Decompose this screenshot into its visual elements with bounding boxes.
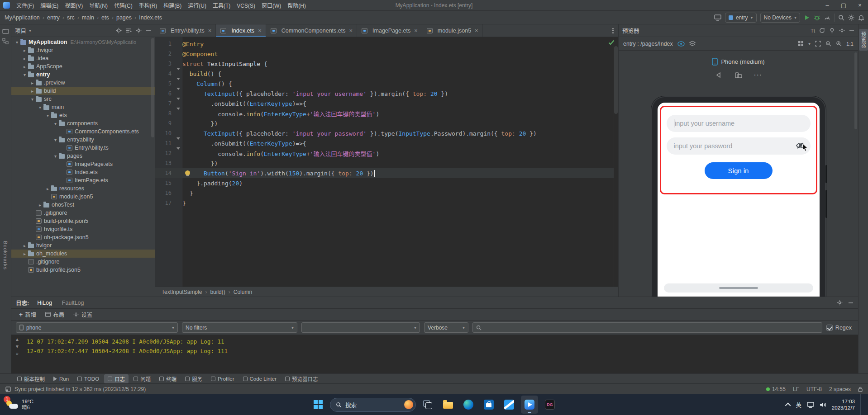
- close-button[interactable]: ×: [852, 0, 868, 10]
- collapse-all-icon[interactable]: [126, 28, 132, 33]
- status-message[interactable]: Sync project finished in 12 s 362 ms (20…: [14, 386, 146, 392]
- menu-item[interactable]: 文件(F): [13, 1, 37, 10]
- chevron-open-icon[interactable]: ▾: [52, 154, 58, 159]
- code-line-15[interactable]: 15 }.padding(20): [155, 178, 618, 188]
- code-line-9[interactable]: 9 }): [155, 118, 618, 128]
- editor-breadcrumb-item[interactable]: TextInputSample: [161, 288, 203, 296]
- breadcrumb-item[interactable]: MyApplication: [4, 14, 41, 21]
- toolwindow-服务[interactable]: 服务: [181, 374, 206, 383]
- editor-breadcrumb-item[interactable]: build(): [209, 288, 226, 296]
- menu-item[interactable]: 编辑(E): [37, 1, 62, 10]
- input-language-indicator[interactable]: 英: [796, 401, 801, 409]
- layout-button[interactable]: 布局: [42, 309, 67, 320]
- menu-item[interactable]: 代码(C): [111, 1, 136, 10]
- breadcrumb-item[interactable]: entry: [46, 14, 61, 21]
- edge-button[interactable]: [460, 396, 477, 414]
- tab-close-icon[interactable]: ×: [475, 27, 478, 34]
- chevron-closed-icon[interactable]: ▸: [22, 243, 28, 248]
- tab-hilog[interactable]: HiLog: [35, 298, 54, 307]
- zoom-ratio[interactable]: 1:1: [846, 41, 854, 47]
- indent-indicator[interactable]: 2 spaces: [829, 386, 851, 392]
- maximize-button[interactable]: ▢: [835, 0, 852, 10]
- toolwindow-版本控制[interactable]: 版本控制: [14, 374, 48, 383]
- tree-item-resources[interactable]: ▸resources: [11, 184, 155, 193]
- menu-item[interactable]: 视图(V): [62, 1, 86, 10]
- file-explorer-button[interactable]: [439, 396, 457, 414]
- tab-close-icon[interactable]: ×: [258, 27, 262, 34]
- breadcrumb-item[interactable]: pages: [115, 14, 133, 21]
- code-line-1[interactable]: 1@Entry: [155, 39, 618, 49]
- project-tool-icon[interactable]: [2, 28, 9, 34]
- device-filter-select[interactable]: phone ▾: [16, 322, 178, 333]
- refresh-icon[interactable]: [819, 28, 825, 33]
- device-select[interactable]: No Devices ▾: [760, 13, 800, 23]
- code-line-17[interactable]: 17}: [155, 198, 618, 208]
- zoom-in-icon[interactable]: [836, 41, 842, 47]
- code-line-14[interactable]: 14 Button('Sign in').width(150).margin({…: [155, 168, 618, 178]
- run-button[interactable]: [804, 14, 810, 21]
- toolwindow-Run[interactable]: Run: [50, 375, 72, 382]
- bookmarks-tool-button[interactable]: Bookmarks: [3, 241, 8, 270]
- project-scrollbar[interactable]: [151, 38, 154, 137]
- chevron-open-icon[interactable]: ▾: [52, 137, 58, 142]
- chevron-open-icon[interactable]: ▾: [14, 40, 20, 45]
- menu-item[interactable]: 导航(N): [86, 1, 111, 10]
- editor-tab-EntryAbility.ts[interactable]: EntryAbility.ts×: [155, 24, 216, 37]
- tree-item-.preview[interactable]: ▸.preview: [11, 79, 155, 87]
- tree-item-AppScope[interactable]: ▸AppScope: [11, 62, 155, 71]
- toolwindow-TODO[interactable]: TODO: [74, 375, 103, 382]
- structure-tool-icon[interactable]: [2, 38, 9, 44]
- breadcrumb-item[interactable]: Index.ets: [138, 14, 163, 21]
- show-desktop-strip[interactable]: [860, 394, 862, 415]
- menu-item[interactable]: 窗口(W): [258, 1, 284, 10]
- tray-expand-chevron-icon[interactable]: [785, 402, 791, 408]
- tree-item-build-profile.json5[interactable]: build-profile.json5: [11, 266, 155, 274]
- zoom-out-icon[interactable]: [825, 41, 831, 47]
- password-input[interactable]: input your password: [667, 137, 811, 155]
- breadcrumb-item[interactable]: src: [66, 14, 76, 21]
- locate-file-icon[interactable]: [116, 28, 122, 33]
- username-input[interactable]: input your username: [667, 115, 811, 132]
- tree-item-build-profile.json5[interactable]: build-profile.json5: [11, 217, 155, 225]
- font-size-icon[interactable]: Tt: [811, 28, 815, 33]
- editor-tab-module.json5[interactable]: module.json5×: [422, 24, 483, 37]
- tree-item-ets[interactable]: ▾ets: [11, 111, 155, 119]
- code-line-11[interactable]: 11 .onSubmit((EnterKeyType)=>{: [155, 138, 618, 148]
- log-search-input[interactable]: [472, 322, 822, 333]
- intention-bulb-icon[interactable]: [185, 170, 190, 175]
- chevron-closed-icon[interactable]: ▸: [37, 203, 43, 208]
- log-settings-button[interactable]: 设置: [70, 309, 95, 320]
- toolwindow-Code Linter[interactable]: Code Linter: [239, 375, 280, 382]
- task-view-button[interactable]: [419, 396, 436, 414]
- toolwindow-日志[interactable]: 日志: [104, 374, 129, 383]
- toolwindow-终端[interactable]: 终端: [156, 374, 180, 383]
- menu-item[interactable]: 重构(R): [136, 1, 161, 10]
- chevron-closed-icon[interactable]: ▸: [22, 48, 28, 53]
- grid-view-icon[interactable]: [798, 41, 804, 47]
- breadcrumb-item[interactable]: ets: [100, 14, 110, 21]
- custom-filter-select[interactable]: ▾: [301, 322, 420, 333]
- tree-item-oh_modules[interactable]: ▸oh_modules: [11, 250, 155, 258]
- log-level-select[interactable]: Verbose ▾: [424, 322, 468, 333]
- project-tree[interactable]: ▾MyApplicationE:\HarmonyOS\MyApplicatio▸…: [11, 37, 155, 297]
- tab-close-icon[interactable]: ×: [414, 27, 418, 34]
- code-line-16[interactable]: 16 }: [155, 188, 618, 198]
- code-editor[interactable]: 1@Entry2@Component3struct TextInputSampl…: [155, 37, 618, 287]
- scroll-up-icon[interactable]: ▲: [15, 337, 19, 342]
- tree-item-.gitignore[interactable]: .gitignore: [11, 209, 155, 217]
- component-layers-icon[interactable]: [689, 41, 696, 47]
- settings-gear-icon[interactable]: [848, 14, 854, 21]
- pin-icon[interactable]: [829, 28, 835, 33]
- previewer-tool-button[interactable]: 预览器: [859, 29, 868, 51]
- vscode-button[interactable]: [501, 396, 518, 414]
- tree-item-EntryAbility.ts[interactable]: EntryAbility.ts: [11, 144, 155, 152]
- module-select[interactable]: entry ▾: [725, 13, 757, 23]
- project-panel-title[interactable]: 项目: [15, 26, 26, 35]
- tree-item-ItemPage.ets[interactable]: ItemPage.ets: [11, 176, 155, 184]
- log-filter-select[interactable]: No filters ▾: [182, 322, 297, 333]
- code-line-5[interactable]: 5 Column() {: [155, 79, 618, 89]
- encoding-indicator[interactable]: UTF-8: [806, 386, 822, 392]
- device-manager-icon[interactable]: [714, 14, 721, 21]
- toolwindow-问题[interactable]: 问题: [130, 374, 154, 383]
- chevron-open-icon[interactable]: ▾: [52, 121, 58, 126]
